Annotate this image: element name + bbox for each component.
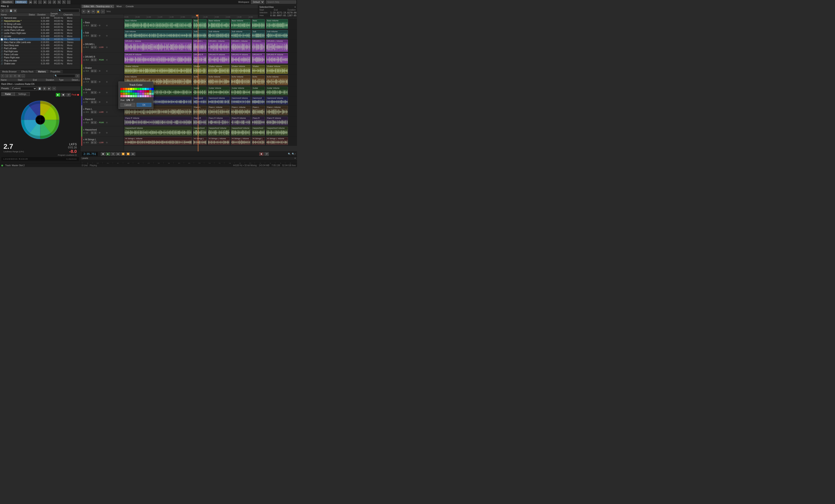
color-swatch[interactable] — [123, 90, 125, 93]
color-swatch[interactable] — [137, 90, 139, 93]
color-swatch[interactable] — [140, 88, 142, 90]
color-swatch[interactable] — [144, 88, 146, 90]
color-swatch[interactable] — [149, 93, 151, 95]
color-swatch[interactable] — [147, 90, 149, 93]
color-swatch[interactable] — [128, 95, 130, 97]
color-swatch[interactable] — [140, 95, 142, 97]
color-swatch[interactable] — [144, 95, 146, 97]
color-swatch[interactable] — [123, 93, 125, 95]
dialog-buttons: Cancel OK — [120, 103, 151, 107]
color-swatch[interactable] — [147, 88, 149, 90]
track-color-dialog: Track Color Hue: 176 ↺ Cancel OK — [119, 82, 153, 109]
color-swatch[interactable] — [130, 90, 132, 93]
hue-value: 176 — [126, 99, 130, 101]
hue-label: Hue: — [120, 99, 125, 101]
color-swatch[interactable] — [135, 90, 137, 93]
color-swatch[interactable] — [137, 95, 139, 97]
color-swatch[interactable] — [125, 95, 127, 97]
color-swatch[interactable] — [130, 95, 132, 97]
color-grid — [120, 88, 151, 97]
color-swatch[interactable] — [144, 93, 146, 95]
color-swatch[interactable] — [120, 90, 123, 93]
color-swatch[interactable] — [120, 95, 123, 97]
color-swatch[interactable] — [137, 88, 139, 90]
color-swatch[interactable] — [142, 88, 144, 90]
color-swatch[interactable] — [142, 90, 144, 93]
color-swatch[interactable] — [133, 93, 135, 95]
color-swatch[interactable] — [125, 90, 127, 93]
color-swatch[interactable] — [135, 95, 137, 97]
color-swatch[interactable] — [125, 88, 127, 90]
ok-btn[interactable]: OK — [137, 103, 151, 107]
color-swatch[interactable] — [149, 95, 151, 97]
hue-row: Hue: 176 ↺ — [120, 99, 151, 102]
cancel-btn[interactable]: Cancel — [120, 103, 135, 107]
color-swatch[interactable] — [151, 93, 154, 95]
color-swatch[interactable] — [128, 93, 130, 95]
color-swatch[interactable] — [142, 93, 144, 95]
color-swatch[interactable] — [135, 88, 137, 90]
color-swatch[interactable] — [130, 93, 132, 95]
color-swatch[interactable] — [120, 88, 123, 90]
color-swatch[interactable] — [133, 95, 135, 97]
hue-reset-btn[interactable]: ↺ — [131, 99, 134, 102]
color-swatch[interactable] — [151, 88, 154, 90]
color-swatch[interactable] — [123, 88, 125, 90]
color-swatch[interactable] — [142, 95, 144, 97]
color-swatch[interactable] — [128, 88, 130, 90]
color-swatch[interactable] — [147, 95, 149, 97]
color-swatch[interactable] — [144, 90, 146, 93]
color-swatch[interactable] — [137, 93, 139, 95]
color-swatch[interactable] — [123, 95, 125, 97]
color-swatch[interactable] — [130, 88, 132, 90]
color-swatch[interactable] — [133, 90, 135, 93]
color-swatch[interactable] — [151, 95, 154, 97]
color-swatch[interactable] — [140, 90, 142, 93]
color-swatch[interactable] — [147, 93, 149, 95]
color-swatch[interactable] — [135, 93, 137, 95]
color-swatch[interactable] — [133, 88, 135, 90]
color-swatch[interactable] — [120, 93, 123, 95]
color-swatch[interactable] — [151, 90, 154, 93]
color-swatch[interactable] — [125, 93, 127, 95]
color-swatch[interactable] — [149, 90, 151, 93]
color-swatch[interactable] — [149, 88, 151, 90]
modal-overlay: Track Color Hue: 176 ↺ Cancel OK — [0, 0, 297, 167]
color-swatch[interactable] — [128, 90, 130, 93]
color-swatch[interactable] — [140, 93, 142, 95]
dialog-title: Track Color — [120, 83, 151, 86]
